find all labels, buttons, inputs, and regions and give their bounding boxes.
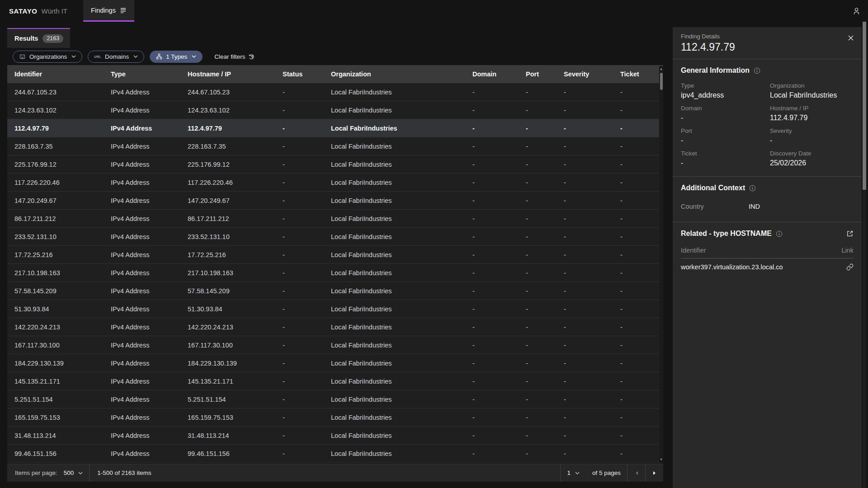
column-header-ticket[interactable]: Ticket xyxy=(613,65,663,83)
cell-hostname-ip: 17.72.25.216 xyxy=(180,246,275,263)
cell-identifier: 31.48.113.214 xyxy=(7,427,104,444)
cell-severity: - xyxy=(557,300,613,318)
cell-status: - xyxy=(275,445,324,462)
table-row[interactable]: 244.67.105.23IPv4 Address244.67.105.23-L… xyxy=(7,83,663,101)
related-row: worker397.virtualization.23.local.co xyxy=(681,258,854,276)
cell-ticket: - xyxy=(613,119,663,137)
information-icon[interactable] xyxy=(754,67,760,74)
user-icon[interactable] xyxy=(851,5,862,16)
cell-ticket: - xyxy=(613,192,663,209)
cell-organization: Local FabriIndustries xyxy=(324,408,465,426)
cell-ticket: - xyxy=(613,354,663,372)
detail-field: Hostname / IP112.4.97.79 xyxy=(770,105,854,122)
table-scrollbar-thumb[interactable] xyxy=(660,73,663,90)
cell-hostname-ip: 142.220.24.213 xyxy=(180,318,275,336)
launch-icon[interactable] xyxy=(846,230,854,237)
column-header-hostname-ip[interactable]: Hostname / IP xyxy=(180,65,275,83)
table-scrollbar[interactable]: ▲ ▼ xyxy=(659,66,663,463)
table-row[interactable]: 57.58.145.209IPv4 Address57.58.145.209-L… xyxy=(7,282,663,300)
cell-domain: - xyxy=(465,408,519,426)
cell-port: - xyxy=(519,119,557,137)
cell-port: - xyxy=(519,318,557,336)
page-number-select[interactable]: 1 xyxy=(561,464,586,482)
cell-ticket: - xyxy=(613,445,663,462)
cell-organization: Local FabriIndustries xyxy=(324,228,465,245)
scroll-up-icon[interactable]: ▲ xyxy=(659,67,663,71)
cell-severity: - xyxy=(557,264,613,282)
cell-type: IPv4 Address xyxy=(104,354,180,372)
items-per-page-select[interactable]: 500 xyxy=(57,464,90,482)
cell-severity: - xyxy=(557,408,613,426)
cell-ticket: - xyxy=(613,101,663,119)
cell-type: IPv4 Address xyxy=(104,336,180,354)
column-header-port[interactable]: Port xyxy=(519,65,557,83)
link-icon[interactable] xyxy=(846,263,854,271)
cell-type: IPv4 Address xyxy=(104,246,180,263)
close-icon[interactable] xyxy=(846,33,856,43)
cell-identifier: 225.176.99.12 xyxy=(7,155,104,173)
table-row[interactable]: 233.52.131.10IPv4 Address233.52.131.10-L… xyxy=(7,228,663,246)
page-scrollbar-thumb[interactable] xyxy=(863,22,866,190)
column-header-organization[interactable]: Organization xyxy=(324,65,465,83)
types-icon xyxy=(156,53,162,60)
organizations-filter[interactable]: Organizations xyxy=(13,51,82,63)
table-row[interactable]: 117.226.220.46IPv4 Address117.226.220.46… xyxy=(7,174,663,192)
cell-port: - xyxy=(519,427,557,444)
table-row[interactable]: 184.229.130.139IPv4 Address184.229.130.1… xyxy=(7,354,663,372)
cell-type: IPv4 Address xyxy=(104,264,180,282)
cell-status: - xyxy=(275,119,324,137)
table-row[interactable]: 165.159.75.153IPv4 Address165.159.75.153… xyxy=(7,408,663,427)
table-row[interactable]: 142.220.24.213IPv4 Address142.220.24.213… xyxy=(7,318,663,336)
cell-type: IPv4 Address xyxy=(104,390,180,408)
table-row[interactable]: 167.117.30.100IPv4 Address167.117.30.100… xyxy=(7,336,663,354)
cell-status: - xyxy=(275,137,324,155)
cell-port: - xyxy=(519,300,557,318)
clear-filters-button[interactable]: Clear filters xyxy=(214,53,255,60)
table-row[interactable]: 124.23.63.102IPv4 Address124.23.63.102-L… xyxy=(7,101,663,119)
cell-domain: - xyxy=(465,137,519,155)
findings-table: Identifier Type Hostname / IP Status Org… xyxy=(7,65,663,463)
table-row[interactable]: 225.176.99.12IPv4 Address225.176.99.12-L… xyxy=(7,155,663,174)
cell-port: - xyxy=(519,282,557,300)
domains-filter[interactable]: URL Domains xyxy=(88,51,144,63)
cell-status: - xyxy=(275,336,324,354)
table-row[interactable]: 217.10.198.163IPv4 Address217.10.198.163… xyxy=(7,264,663,282)
table-row[interactable]: 145.135.21.171IPv4 Address145.135.21.171… xyxy=(7,372,663,390)
cell-domain: - xyxy=(465,336,519,354)
information-icon[interactable] xyxy=(749,185,756,192)
cell-domain: - xyxy=(465,427,519,444)
tab-findings[interactable]: Findings xyxy=(83,0,134,22)
cell-identifier: 228.163.7.35 xyxy=(7,137,104,155)
field-value: - xyxy=(681,114,770,122)
table-row[interactable]: 228.163.7.35IPv4 Address228.163.7.35-Loc… xyxy=(7,137,663,155)
column-header-status[interactable]: Status xyxy=(275,65,324,83)
cell-organization: Local FabriIndustries xyxy=(324,282,465,300)
column-header-severity[interactable]: Severity xyxy=(557,65,613,83)
field-value: 25/02/2026 xyxy=(770,159,854,167)
cell-organization: Local FabriIndustries xyxy=(324,336,465,354)
column-header-identifier[interactable]: Identifier xyxy=(7,65,104,83)
page-scrollbar[interactable] xyxy=(863,22,866,488)
cell-port: - xyxy=(519,390,557,408)
column-header-type[interactable]: Type xyxy=(104,65,180,83)
cell-port: - xyxy=(519,210,557,227)
tab-results[interactable]: Results 2163 xyxy=(7,28,70,48)
table-row[interactable]: 31.48.113.214IPv4 Address31.48.113.214-L… xyxy=(7,427,663,445)
cell-type: IPv4 Address xyxy=(104,119,180,137)
scroll-down-icon[interactable]: ▼ xyxy=(659,457,663,462)
previous-page-button[interactable] xyxy=(627,464,645,482)
types-filter[interactable]: 1 Types xyxy=(150,51,203,63)
table-row[interactable]: 99.46.151.156IPv4 Address99.46.151.156-L… xyxy=(7,445,663,463)
information-icon[interactable] xyxy=(776,230,783,237)
table-row[interactable]: 5.251.51.154IPv4 Address5.251.51.154-Loc… xyxy=(7,390,663,408)
table-row[interactable]: 17.72.25.216IPv4 Address17.72.25.216-Loc… xyxy=(7,246,663,264)
table-row[interactable]: 112.4.97.79IPv4 Address112.4.97.79-Local… xyxy=(7,119,663,137)
table-row[interactable]: 147.20.249.67IPv4 Address147.20.249.67-L… xyxy=(7,192,663,210)
cell-domain: - xyxy=(465,264,519,282)
table-row[interactable]: 51.30.93.84IPv4 Address51.30.93.84-Local… xyxy=(7,300,663,318)
cell-ticket: - xyxy=(613,83,663,101)
chevron-down-icon xyxy=(133,55,138,58)
table-row[interactable]: 86.17.211.212IPv4 Address86.17.211.212-L… xyxy=(7,210,663,228)
next-page-button[interactable] xyxy=(645,464,663,482)
column-header-domain[interactable]: Domain xyxy=(465,65,519,83)
